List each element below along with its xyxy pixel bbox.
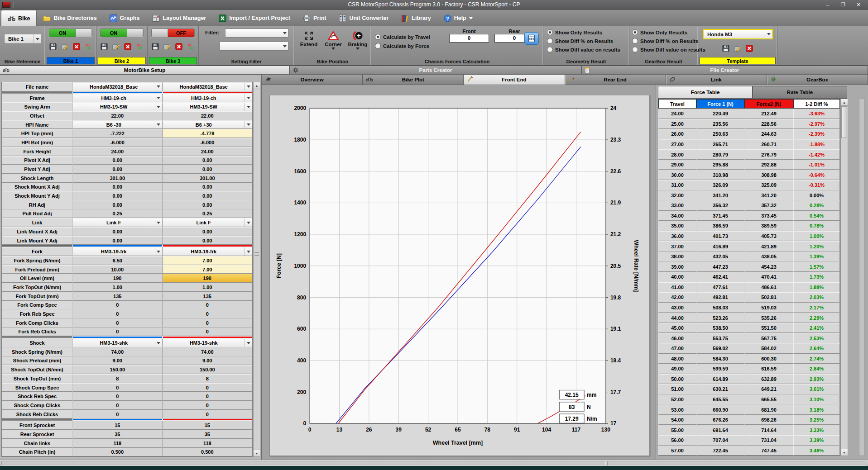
setup-value-2[interactable]: 35 [163, 430, 253, 439]
readout-mm[interactable]: 42.15 mm [559, 390, 596, 399]
setup-value-1[interactable]: 74.00 [72, 347, 163, 356]
view-tab-link[interactable]: Link [666, 75, 767, 85]
swap-button[interactable] [135, 43, 144, 51]
setup-value-2[interactable]: 74.00 [163, 347, 253, 356]
calculate-mode-option[interactable]: Calculate by Force [375, 43, 430, 49]
setup-dropdown-2[interactable]: HM3-19-ch [163, 94, 253, 103]
setup-value-2[interactable]: 15 [163, 421, 253, 430]
setup-value-1[interactable]: 0 [72, 328, 163, 337]
setup-value-2[interactable]: 0 [163, 392, 253, 401]
setup-value-1[interactable]: 0.25 [72, 209, 163, 218]
menu-item-print[interactable]: Print [297, 10, 332, 26]
setup-dropdown-1[interactable]: HondaM32018_Base [72, 82, 163, 91]
delete-button[interactable] [175, 43, 183, 51]
result-tab-force-table[interactable]: Force Table [658, 86, 753, 99]
setup-value-2[interactable]: 190 [163, 274, 253, 283]
setup-value-1[interactable]: -7.222 [72, 129, 163, 138]
scroll-down-icon[interactable]: ▼ [841, 449, 848, 456]
bike-1-toggle[interactable]: ON [49, 28, 92, 38]
setup-value-2[interactable]: 135 [163, 292, 253, 301]
setup-dropdown-1[interactable]: HM3-19-frk [72, 247, 163, 256]
menu-item-layout-manager[interactable]: Layout Manager [146, 10, 212, 26]
setup-value-2[interactable]: 9.00 [163, 356, 253, 366]
setup-value-2[interactable]: -4.778 [163, 129, 253, 138]
readout-N-m[interactable]: 17.29 N/m [559, 414, 597, 423]
maximize-button[interactable]: ❐ [835, 0, 851, 9]
section-tab-file-creator[interactable]: File Creator [582, 66, 868, 74]
setup-value-2[interactable]: 0 [163, 309, 253, 318]
edit-button[interactable] [61, 43, 69, 51]
setup-value-2[interactable]: 0 [163, 401, 253, 410]
setup-value-1[interactable]: 15 [72, 421, 163, 430]
setup-value-1[interactable]: -6.000 [72, 138, 163, 147]
column-header[interactable]: Travel [658, 99, 696, 109]
template-dropdown[interactable]: Honda M3 [703, 29, 773, 39]
menu-item-library[interactable]: Library [395, 10, 437, 26]
setup-table-scrollbar[interactable]: ▲ ▼ [253, 82, 260, 457]
setup-value-1[interactable]: 135 [72, 292, 163, 301]
section-tab-parts-creator[interactable]: Parts Creator [290, 66, 582, 74]
setup-value-1[interactable]: 150.00 [72, 365, 163, 374]
gearbox-result-option[interactable]: Show Diff % on Results [632, 38, 705, 44]
setup-value-2[interactable]: 0.00 [163, 236, 253, 245]
view-tab-bike-plot[interactable]: Bike Plot [363, 75, 464, 85]
setup-value-1[interactable]: 10.00 [72, 265, 163, 274]
setup-value-1[interactable]: 0.00 [72, 183, 163, 192]
geometry-result-option[interactable]: Show Only Results [547, 29, 620, 35]
setup-dropdown-2[interactable]: HondaM32018_Base [163, 82, 253, 91]
view-tab-gearbox[interactable]: GearBox [767, 75, 868, 85]
setup-value-1[interactable]: 9.00 [72, 356, 163, 366]
setup-value-2[interactable]: 0.00 [163, 183, 253, 192]
bike-reference-dropdown[interactable]: Bike 1 [4, 34, 41, 44]
setup-value-1[interactable]: 0.00 [72, 165, 163, 174]
setup-value-1[interactable]: 0.00 [72, 236, 163, 245]
bike-3-toggle[interactable]: OFF [151, 28, 195, 38]
column-header[interactable]: Force2 (N) [744, 99, 793, 109]
delete-button[interactable] [72, 43, 81, 51]
view-tab-overview[interactable]: Overview [262, 75, 363, 85]
save-button[interactable] [100, 43, 109, 51]
view-tab-rear-end[interactable]: Rear End [565, 75, 666, 85]
setup-value-2[interactable]: 1.00 [163, 283, 253, 292]
setup-value-2[interactable]: 8 [163, 374, 253, 383]
gearbox-result-option[interactable]: Show Diff value on results [632, 47, 705, 52]
setup-value-2[interactable]: 0 [163, 383, 253, 392]
setup-value-1[interactable]: 8 [72, 374, 163, 383]
menu-item-import-export-project[interactable]: Import / Export Project [212, 10, 297, 26]
menu-item-bike-directories[interactable]: Bike Directories [37, 10, 103, 26]
setup-value-1[interactable]: 6.50 [72, 256, 163, 265]
swap-button[interactable] [84, 43, 93, 51]
scrollbar-thumb[interactable] [841, 106, 847, 138]
setup-value-2[interactable]: 0.00 [163, 200, 253, 209]
splitter-grip[interactable] [254, 251, 259, 257]
column-header[interactable]: Force 1 (N) [696, 99, 744, 109]
setup-value-1[interactable]: 0.500 [72, 448, 163, 457]
setup-value-2[interactable]: 118 [163, 439, 253, 448]
setup-value-2[interactable]: 0.25 [163, 209, 253, 218]
view-tab-front-end[interactable]: Front End [464, 75, 565, 85]
setup-value-2[interactable]: 22.00 [163, 111, 253, 120]
edit-button[interactable] [163, 43, 172, 51]
geometry-result-option[interactable]: Show Diff value on results [547, 47, 620, 52]
setup-value-2[interactable]: 0.00 [163, 156, 253, 165]
scroll-up-icon[interactable]: ▲ [254, 82, 260, 89]
gearbox-result-option[interactable]: Show Only Results [632, 29, 705, 35]
delete-button[interactable] [124, 43, 132, 51]
calculate-button[interactable] [524, 32, 539, 45]
setup-value-1[interactable]: 0 [72, 410, 163, 419]
setup-value-2[interactable]: 24.00 [163, 147, 253, 156]
save-button[interactable] [722, 44, 730, 52]
setup-value-2[interactable]: 0 [163, 301, 253, 310]
scroll-down-icon[interactable]: ▼ [254, 450, 260, 456]
menu-item-graphs[interactable]: Graphs [103, 10, 146, 26]
setup-value-1[interactable]: 0.00 [72, 191, 163, 200]
setup-value-1[interactable]: 0 [72, 392, 163, 401]
filter-dropdown-2[interactable] [220, 42, 288, 51]
panel-scroll-track[interactable] [859, 99, 864, 456]
setup-value-1[interactable]: 0 [72, 401, 163, 410]
menu-item-bike[interactable]: Bike [1, 10, 37, 26]
position-corner-button[interactable]: Corner [321, 31, 345, 52]
setup-value-1[interactable]: 301.00 [72, 174, 163, 183]
setup-value-2[interactable]: 0 [163, 318, 253, 328]
bike-2-toggle[interactable]: ON [100, 28, 144, 38]
